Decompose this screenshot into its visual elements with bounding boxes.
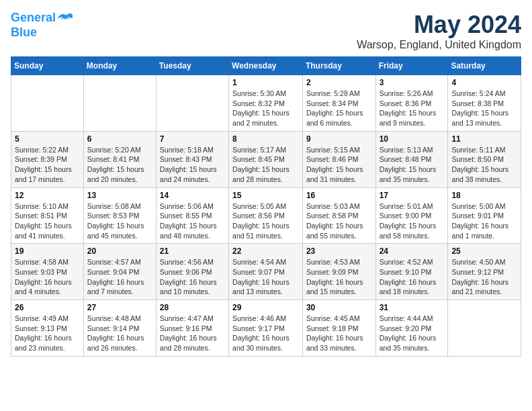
calendar-cell: 24Sunrise: 4:52 AM Sunset: 9:10 PM Dayli… <box>375 244 448 300</box>
day-number: 29 <box>232 303 299 312</box>
calendar-cell: 13Sunrise: 5:08 AM Sunset: 8:53 PM Dayli… <box>83 187 156 244</box>
day-number: 1 <box>232 78 299 87</box>
day-number: 26 <box>15 303 80 312</box>
calendar-cell: 11Sunrise: 5:11 AM Sunset: 8:50 PM Dayli… <box>448 131 521 187</box>
calendar-cell: 22Sunrise: 4:54 AM Sunset: 9:07 PM Dayli… <box>229 244 303 300</box>
calendar-cell: 14Sunrise: 5:06 AM Sunset: 8:55 PM Dayli… <box>156 187 228 244</box>
day-info: Sunrise: 4:49 AM Sunset: 9:13 PM Dayligh… <box>15 314 80 353</box>
header-sunday: Sunday <box>11 57 84 75</box>
day-number: 8 <box>232 134 299 144</box>
calendar-cell: 29Sunrise: 4:46 AM Sunset: 9:17 PM Dayli… <box>229 300 303 357</box>
day-number: 15 <box>232 191 299 200</box>
header-saturday: Saturday <box>448 57 521 75</box>
day-number: 9 <box>306 134 372 144</box>
calendar-cell: 1Sunrise: 5:30 AM Sunset: 8:32 PM Daylig… <box>229 75 303 132</box>
day-info: Sunrise: 5:15 AM Sunset: 8:46 PM Dayligh… <box>306 145 372 185</box>
calendar-cell: 25Sunrise: 4:50 AM Sunset: 9:12 PM Dayli… <box>448 244 521 300</box>
day-info: Sunrise: 5:17 AM Sunset: 8:45 PM Dayligh… <box>232 145 299 185</box>
day-info: Sunrise: 5:06 AM Sunset: 8:55 PM Dayligh… <box>160 201 225 241</box>
calendar-table: SundayMondayTuesdayWednesdayThursdayFrid… <box>11 56 521 357</box>
day-info: Sunrise: 5:05 AM Sunset: 8:56 PM Dayligh… <box>232 201 299 241</box>
day-number: 5 <box>15 134 80 144</box>
calendar-cell: 23Sunrise: 4:53 AM Sunset: 9:09 PM Dayli… <box>302 244 375 300</box>
calendar-week-row: 26Sunrise: 4:49 AM Sunset: 9:13 PM Dayli… <box>11 300 521 357</box>
day-number: 7 <box>160 134 225 144</box>
title-section: May 2024 Warsop, England, United Kingdom <box>357 11 521 51</box>
calendar-cell: 8Sunrise: 5:17 AM Sunset: 8:45 PM Daylig… <box>229 131 303 187</box>
day-number: 10 <box>380 134 445 144</box>
location-title: Warsop, England, United Kingdom <box>357 39 521 51</box>
logo-text: General <box>11 11 56 26</box>
logo-text-blue: Blue <box>11 26 37 40</box>
day-info: Sunrise: 4:45 AM Sunset: 9:18 PM Dayligh… <box>306 314 372 353</box>
calendar-cell: 4Sunrise: 5:24 AM Sunset: 8:38 PM Daylig… <box>448 75 521 132</box>
header-tuesday: Tuesday <box>156 57 228 75</box>
day-number: 4 <box>451 78 517 87</box>
header-wednesday: Wednesday <box>229 57 303 75</box>
day-number: 24 <box>380 246 445 256</box>
calendar-cell: 2Sunrise: 5:28 AM Sunset: 8:34 PM Daylig… <box>302 75 375 132</box>
day-number: 18 <box>451 191 517 200</box>
day-number: 13 <box>87 191 152 200</box>
day-info: Sunrise: 4:50 AM Sunset: 9:12 PM Dayligh… <box>451 257 517 297</box>
day-number: 30 <box>306 303 372 312</box>
day-number: 28 <box>160 303 225 312</box>
day-info: Sunrise: 5:00 AM Sunset: 9:01 PM Dayligh… <box>451 201 517 241</box>
calendar-cell: 6Sunrise: 5:20 AM Sunset: 8:41 PM Daylig… <box>83 131 156 187</box>
day-number: 16 <box>306 191 372 200</box>
day-number: 11 <box>451 134 517 144</box>
calendar-week-row: 5Sunrise: 5:22 AM Sunset: 8:39 PM Daylig… <box>11 131 521 187</box>
calendar-cell: 7Sunrise: 5:18 AM Sunset: 8:43 PM Daylig… <box>156 131 228 187</box>
calendar-cell: 3Sunrise: 5:26 AM Sunset: 8:36 PM Daylig… <box>375 75 448 132</box>
day-number: 22 <box>232 246 299 256</box>
day-info: Sunrise: 4:57 AM Sunset: 9:04 PM Dayligh… <box>87 257 152 297</box>
day-info: Sunrise: 5:01 AM Sunset: 9:00 PM Dayligh… <box>380 201 445 241</box>
day-number: 12 <box>15 191 80 200</box>
header: General Blue May 2024 Warsop, England, U… <box>11 11 521 51</box>
header-friday: Friday <box>375 57 448 75</box>
day-info: Sunrise: 4:56 AM Sunset: 9:06 PM Dayligh… <box>160 257 225 297</box>
day-info: Sunrise: 5:22 AM Sunset: 8:39 PM Dayligh… <box>15 145 80 185</box>
calendar-week-row: 12Sunrise: 5:10 AM Sunset: 8:51 PM Dayli… <box>11 187 521 244</box>
day-info: Sunrise: 5:13 AM Sunset: 8:48 PM Dayligh… <box>380 145 445 185</box>
calendar-cell <box>156 75 228 132</box>
header-monday: Monday <box>83 57 156 75</box>
day-number: 17 <box>380 191 445 200</box>
calendar-cell: 16Sunrise: 5:03 AM Sunset: 8:58 PM Dayli… <box>302 187 375 244</box>
logo-bird-icon <box>57 11 73 25</box>
calendar-cell: 15Sunrise: 5:05 AM Sunset: 8:56 PM Dayli… <box>229 187 303 244</box>
calendar-cell: 17Sunrise: 5:01 AM Sunset: 9:00 PM Dayli… <box>375 187 448 244</box>
calendar-cell: 5Sunrise: 5:22 AM Sunset: 8:39 PM Daylig… <box>11 131 84 187</box>
logo: General Blue <box>11 11 73 40</box>
day-number: 31 <box>380 303 445 312</box>
calendar-cell: 10Sunrise: 5:13 AM Sunset: 8:48 PM Dayli… <box>375 131 448 187</box>
day-info: Sunrise: 5:30 AM Sunset: 8:32 PM Dayligh… <box>232 89 299 128</box>
day-number: 3 <box>380 78 445 87</box>
day-number: 19 <box>15 246 80 256</box>
day-info: Sunrise: 5:11 AM Sunset: 8:50 PM Dayligh… <box>451 145 517 185</box>
month-title: May 2024 <box>357 11 521 39</box>
calendar-week-row: 19Sunrise: 4:58 AM Sunset: 9:03 PM Dayli… <box>11 244 521 300</box>
calendar-cell: 26Sunrise: 4:49 AM Sunset: 9:13 PM Dayli… <box>11 300 84 357</box>
calendar-cell <box>448 300 521 357</box>
day-info: Sunrise: 5:28 AM Sunset: 8:34 PM Dayligh… <box>306 89 372 128</box>
day-info: Sunrise: 5:18 AM Sunset: 8:43 PM Dayligh… <box>160 145 225 185</box>
day-info: Sunrise: 4:47 AM Sunset: 9:16 PM Dayligh… <box>160 314 225 353</box>
day-number: 20 <box>87 246 152 256</box>
day-info: Sunrise: 5:08 AM Sunset: 8:53 PM Dayligh… <box>87 201 152 241</box>
day-info: Sunrise: 5:20 AM Sunset: 8:41 PM Dayligh… <box>87 145 152 185</box>
calendar-cell: 9Sunrise: 5:15 AM Sunset: 8:46 PM Daylig… <box>302 131 375 187</box>
day-info: Sunrise: 4:54 AM Sunset: 9:07 PM Dayligh… <box>232 257 299 297</box>
day-number: 25 <box>451 246 517 256</box>
calendar-cell: 20Sunrise: 4:57 AM Sunset: 9:04 PM Dayli… <box>83 244 156 300</box>
calendar-cell: 21Sunrise: 4:56 AM Sunset: 9:06 PM Dayli… <box>156 244 228 300</box>
header-thursday: Thursday <box>302 57 375 75</box>
day-number: 21 <box>160 246 225 256</box>
calendar-cell: 31Sunrise: 4:44 AM Sunset: 9:20 PM Dayli… <box>375 300 448 357</box>
day-info: Sunrise: 4:52 AM Sunset: 9:10 PM Dayligh… <box>380 257 445 297</box>
calendar-cell <box>11 75 84 132</box>
calendar-week-row: 1Sunrise: 5:30 AM Sunset: 8:32 PM Daylig… <box>11 75 521 132</box>
day-info: Sunrise: 5:24 AM Sunset: 8:38 PM Dayligh… <box>451 89 517 128</box>
day-number: 6 <box>87 134 152 144</box>
day-info: Sunrise: 4:46 AM Sunset: 9:17 PM Dayligh… <box>232 314 299 353</box>
